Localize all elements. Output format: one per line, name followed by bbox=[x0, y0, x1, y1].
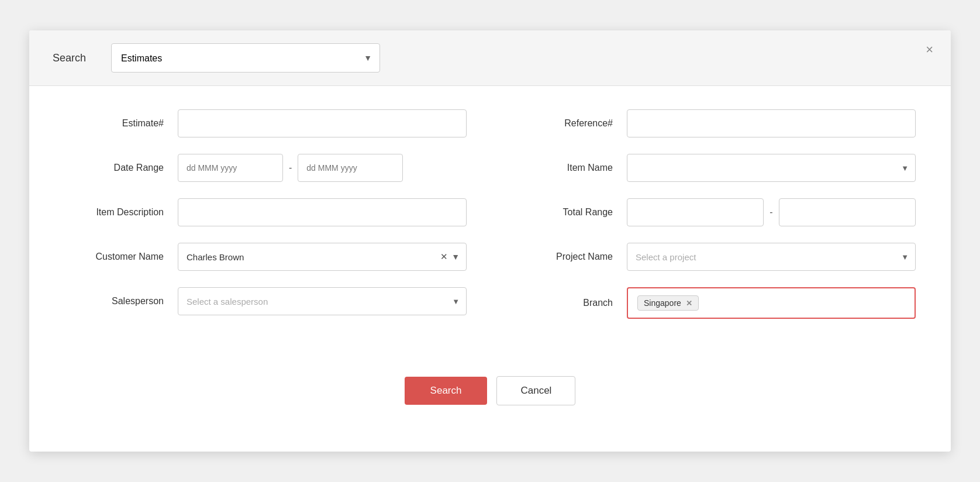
item-name-label: Item Name bbox=[513, 163, 613, 173]
modal-footer: Search Cancel bbox=[29, 359, 951, 429]
salesperson-select[interactable]: Select a salesperson bbox=[178, 287, 467, 315]
total-to-input[interactable] bbox=[779, 198, 916, 226]
date-separator: - bbox=[289, 163, 292, 173]
project-name-select-wrapper: Select a project ▼ bbox=[627, 243, 916, 271]
customer-controls: ✕ ▼ bbox=[440, 252, 460, 262]
modal-body: Estimate# Date Range - Item Description bbox=[29, 86, 951, 359]
search-modal: Search Estimates Invoices Purchase Order… bbox=[29, 30, 951, 452]
form-right: Reference# Item Name ▼ Total Range bbox=[513, 109, 916, 335]
header-dropdown[interactable]: Estimates Invoices Purchase Orders Bills bbox=[111, 43, 380, 73]
total-range-row: Total Range - bbox=[513, 198, 916, 226]
reference-input[interactable] bbox=[627, 109, 916, 137]
estimate-label: Estimate# bbox=[64, 118, 164, 129]
customer-name-wrapper: ✕ ▼ bbox=[178, 243, 467, 271]
project-name-label: Project Name bbox=[513, 252, 613, 262]
item-name-select[interactable] bbox=[627, 154, 916, 182]
branch-tag-value: Singapore bbox=[644, 298, 681, 308]
estimate-row: Estimate# bbox=[64, 109, 467, 137]
total-range-wrapper: - bbox=[627, 198, 916, 226]
item-description-row: Item Description bbox=[64, 198, 467, 226]
modal-header: Search Estimates Invoices Purchase Order… bbox=[29, 30, 951, 86]
date-from-input[interactable] bbox=[178, 154, 283, 182]
header-search-label: Search bbox=[53, 52, 99, 64]
branch-tag-close-icon[interactable]: ✕ bbox=[686, 299, 692, 308]
date-range-wrapper: - bbox=[178, 154, 467, 182]
header-select-wrapper: Estimates Invoices Purchase Orders Bills… bbox=[111, 43, 380, 73]
customer-clear-icon[interactable]: ✕ bbox=[440, 252, 448, 262]
estimate-input[interactable] bbox=[178, 109, 467, 137]
total-range-label: Total Range bbox=[513, 207, 613, 218]
salesperson-select-wrapper: Select a salesperson ▼ bbox=[178, 287, 467, 315]
branch-label: Branch bbox=[513, 298, 613, 308]
project-name-row: Project Name Select a project ▼ bbox=[513, 243, 916, 271]
salesperson-label: Salesperson bbox=[64, 296, 164, 307]
total-separator: - bbox=[769, 207, 772, 218]
branch-input-wrapper[interactable]: Singapore ✕ bbox=[627, 287, 916, 319]
branch-tag: Singapore ✕ bbox=[637, 295, 699, 311]
customer-dropdown-chevron-icon[interactable]: ▼ bbox=[451, 252, 460, 261]
branch-row: Branch Singapore ✕ bbox=[513, 287, 916, 319]
date-range-row: Date Range - bbox=[64, 154, 467, 182]
reference-label: Reference# bbox=[513, 118, 613, 129]
customer-name-input[interactable] bbox=[178, 243, 467, 271]
cancel-button[interactable]: Cancel bbox=[496, 376, 575, 405]
total-from-input[interactable] bbox=[627, 198, 764, 226]
search-button[interactable]: Search bbox=[405, 377, 488, 405]
item-name-select-wrapper: ▼ bbox=[627, 154, 916, 182]
close-button[interactable]: × bbox=[926, 43, 933, 56]
reference-row: Reference# bbox=[513, 109, 916, 137]
date-to-input[interactable] bbox=[298, 154, 403, 182]
project-name-select[interactable]: Select a project bbox=[627, 243, 916, 271]
item-name-row: Item Name ▼ bbox=[513, 154, 916, 182]
item-description-input[interactable] bbox=[178, 198, 467, 226]
item-description-label: Item Description bbox=[64, 207, 164, 218]
date-range-label: Date Range bbox=[64, 163, 164, 173]
salesperson-row: Salesperson Select a salesperson ▼ bbox=[64, 287, 467, 315]
form-left: Estimate# Date Range - Item Description bbox=[64, 109, 467, 335]
form-grid: Estimate# Date Range - Item Description bbox=[64, 109, 916, 335]
customer-name-label: Customer Name bbox=[64, 252, 164, 262]
customer-name-row: Customer Name ✕ ▼ bbox=[64, 243, 467, 271]
